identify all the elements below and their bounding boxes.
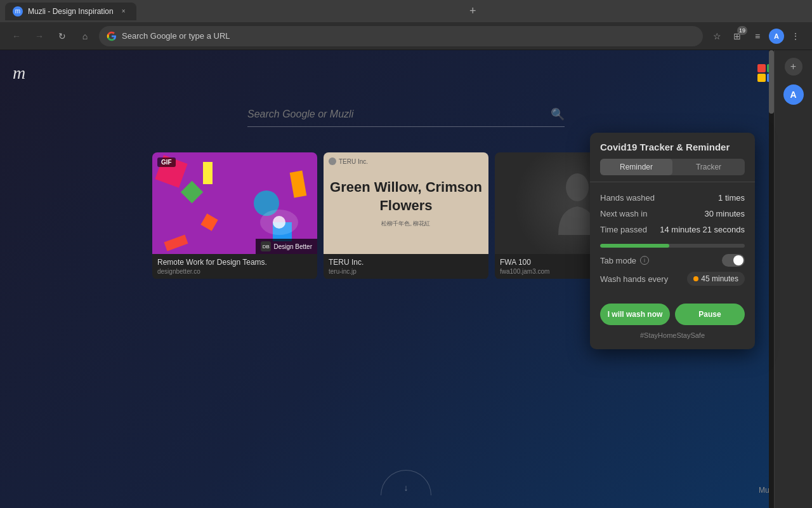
tab-mode-toggle[interactable] <box>722 254 745 267</box>
hands-washed-label: Hands washed <box>600 193 655 203</box>
interval-badge[interactable]: 45 minutes <box>687 272 745 286</box>
time-passed-value: 14 minutes 21 seconds <box>660 225 745 234</box>
search-form: 🔍 <box>247 102 565 127</box>
orange-dot-icon <box>693 276 698 281</box>
hashtag-text: #StayHomeStaySafe <box>590 331 755 339</box>
extensions-panel: + A <box>774 50 812 508</box>
tab-reminder[interactable]: Reminder <box>600 159 672 175</box>
reload-button[interactable]: ↻ <box>53 27 71 45</box>
tab-close-btn[interactable]: × <box>119 6 129 17</box>
scrollbar-thumb[interactable] <box>769 50 774 114</box>
tab-mode-row: Tab mode i <box>600 254 745 267</box>
card-url-1: designbetter.co <box>157 268 312 275</box>
chevron-down-icon: ↓ <box>404 483 409 493</box>
tab-favicon: m <box>13 6 23 17</box>
covid-title: Covid19 Tracker & Reminder <box>600 142 745 152</box>
address-text: Search Google or type a URL <box>122 31 695 41</box>
info-icon[interactable]: i <box>640 256 649 265</box>
shape-4 <box>181 181 203 203</box>
card-title-2: TERU Inc. <box>329 258 483 267</box>
next-wash-label: Next wash in <box>600 209 647 218</box>
card-footer-1: Remote Work for Design Teams. designbett… <box>152 254 317 279</box>
card-title-1: Remote Work for Design Teams. <box>157 258 312 267</box>
browser-content: m 🔍 <box>0 50 812 508</box>
back-button[interactable]: ← <box>8 27 25 45</box>
pause-button[interactable]: Pause <box>675 304 745 325</box>
wash-interval-label: Wash hands every <box>600 274 668 284</box>
tab-mode-label: Tab mode i <box>600 256 649 265</box>
toggle-knob <box>733 255 743 265</box>
card-design-better[interactable]: GIF DB Design Better Remote Work for Des… <box>152 152 317 279</box>
tab-manager-button[interactable]: ≡ <box>749 27 766 45</box>
next-wash-row: Next wash in 30 minutes <box>600 206 745 222</box>
design-better-icon: DB <box>261 241 271 251</box>
eye-pupil <box>273 216 285 229</box>
google-logo-icon <box>107 31 117 41</box>
teru-logo: TERU Inc. <box>329 157 368 165</box>
teru-logo-text: TERU Inc. <box>339 158 368 165</box>
card-teru[interactable]: TERU Inc. Green Willow, Crimson Flowers … <box>324 152 488 279</box>
scroll-indicator: ↓ <box>381 470 431 495</box>
chrome-titlebar: m Muzli - Design Inspiration × + <box>0 0 812 22</box>
interval-value: 45 minutes <box>701 274 738 283</box>
forward-button[interactable]: → <box>30 27 48 45</box>
muzli-header: m <box>13 63 799 83</box>
covid-header: Covid19 Tracker & Reminder Reminder Trac… <box>590 133 755 182</box>
teru-title: Green Willow, Crimson Flowers <box>330 178 482 215</box>
address-bar[interactable]: Search Google or type a URL <box>99 26 703 46</box>
tab-label: Muzli - Design Inspiration <box>28 7 114 16</box>
wash-interval-row: Wash hands every 45 minutes <box>600 272 745 286</box>
hands-washed-value: 1 times <box>718 193 745 203</box>
search-icon: 🔍 <box>551 107 565 121</box>
card-url-2: teru-inc.jp <box>329 268 483 275</box>
svg-point-0 <box>566 173 589 201</box>
chrome-toolbar: ← → ↻ ⌂ Search Google or type a URL ☆ <box>0 22 812 50</box>
toolbar-right: ☆ ⊞ 19 ≡ A ⋮ <box>708 27 804 45</box>
chrome-browser: m Muzli - Design Inspiration × + ← → ↻ ⌂ <box>0 0 812 508</box>
hands-washed-row: Hands washed 1 times <box>600 190 745 206</box>
tab-tracker[interactable]: Tracker <box>672 159 745 175</box>
new-tab-button[interactable]: + <box>465 4 480 19</box>
scrollbar[interactable] <box>769 50 774 508</box>
next-wash-value: 30 minutes <box>704 209 745 218</box>
scroll-arc: ↓ <box>381 470 431 495</box>
covid-popup: Covid19 Tracker & Reminder Reminder Trac… <box>590 133 755 349</box>
muzli-search-input[interactable] <box>247 109 551 120</box>
design-better-overlay: DB Design Better <box>256 239 317 254</box>
wash-now-button[interactable]: I will wash now <box>600 304 670 325</box>
reload-icon: ↻ <box>58 31 66 41</box>
bookmark-star-button[interactable]: ☆ <box>708 27 726 45</box>
gif-badge: GIF <box>157 157 176 167</box>
teru-text-content: Green Willow, Crimson Flowers 松柳千年色, 柳花紅 <box>324 172 488 234</box>
profile-sidebar-button[interactable]: A <box>783 84 804 105</box>
progress-bar-fill <box>600 244 669 248</box>
teru-subtitle: 松柳千年色, 柳花紅 <box>330 220 482 228</box>
progress-bar-container <box>600 244 745 248</box>
tab-mode-text: Tab mode <box>600 256 636 265</box>
forward-icon: → <box>35 31 44 41</box>
extensions-button[interactable]: ⊞ 19 <box>728 27 746 45</box>
eye-decoration <box>260 210 298 235</box>
covid-tabs: Reminder Tracker <box>600 159 745 175</box>
home-icon: ⌂ <box>82 31 88 41</box>
time-passed-row: Time passed 14 minutes 21 seconds <box>600 222 745 237</box>
home-button[interactable]: ⌂ <box>76 27 94 45</box>
covid-actions: I will wash now Pause <box>590 304 755 325</box>
teru-logo-circle <box>329 157 336 165</box>
browser-tab[interactable]: m Muzli - Design Inspiration × <box>5 3 136 20</box>
card-footer-2: TERU Inc. teru-inc.jp <box>324 254 488 279</box>
shape-6 <box>203 162 213 184</box>
cards-grid: GIF DB Design Better Remote Work for Des… <box>152 152 660 279</box>
extensions-badge: 19 <box>737 26 747 35</box>
muzli-logo: m <box>13 63 25 83</box>
muzli-search-container: 🔍 <box>247 102 565 127</box>
menu-button[interactable]: ⋮ <box>787 27 804 45</box>
shape-8 <box>200 213 218 231</box>
card-image-2: TERU Inc. Green Willow, Crimson Flowers … <box>324 152 488 254</box>
covid-body: Hands washed 1 times Next wash in 30 min… <box>590 182 755 301</box>
add-extension-button[interactable]: + <box>785 58 802 76</box>
time-passed-label: Time passed <box>600 225 647 234</box>
profile-button[interactable]: A <box>769 29 784 44</box>
card-image-1: GIF DB Design Better <box>152 152 317 254</box>
card-bg-2: TERU Inc. Green Willow, Crimson Flowers … <box>324 152 488 254</box>
